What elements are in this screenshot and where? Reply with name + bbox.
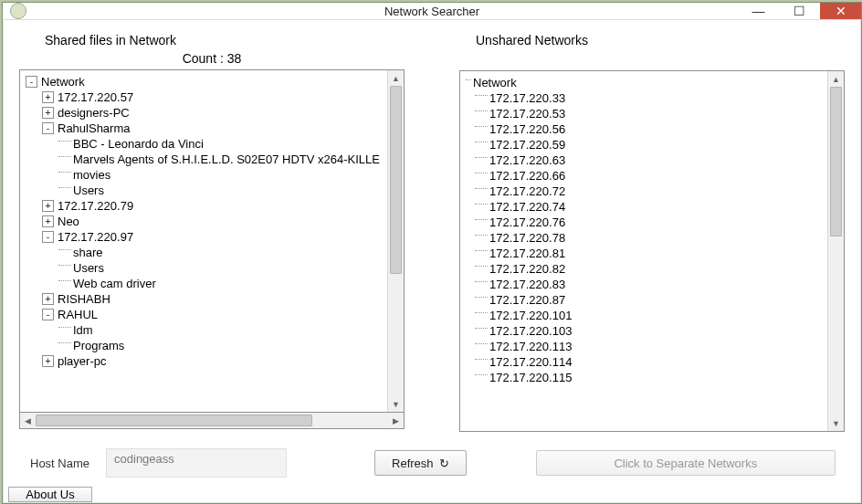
tree-node[interactable]: +RISHABH <box>26 291 387 307</box>
hostname-field[interactable]: codingeass <box>106 448 287 478</box>
tree-node-label: player-pc <box>58 354 106 368</box>
tree-node[interactable]: 172.17.220.81 <box>466 246 827 261</box>
content-area: Shared files in Network Count : 38 - Net… <box>3 20 861 481</box>
tree-node-label: share <box>73 246 103 259</box>
tree-node[interactable]: 172.17.220.56 <box>466 121 827 137</box>
tree-node-label: BBC - Leonardo da Vinci <box>73 137 204 151</box>
tree-node-label: 172.17.220.74 <box>489 200 565 214</box>
close-button[interactable]: ✕ <box>820 3 861 19</box>
tree-node[interactable]: 172.17.220.76 <box>466 215 827 230</box>
tree-node[interactable]: +designers-PC <box>26 105 387 121</box>
expand-icon[interactable]: + <box>42 200 54 212</box>
tree-node[interactable]: +Neo <box>26 214 387 229</box>
tree-node[interactable]: Users <box>26 183 387 198</box>
tree-node-label: 172.17.220.97 <box>58 230 133 244</box>
tree-node-label: 172.17.220.57 <box>58 90 133 104</box>
collapse-icon[interactable]: - <box>42 309 54 320</box>
scroll-up-icon[interactable]: ▲ <box>388 70 404 86</box>
tree-node-label: 172.17.220.81 <box>489 247 565 260</box>
tree-node[interactable]: 172.17.220.83 <box>466 277 827 292</box>
tree-node[interactable]: -RahulSharma <box>26 121 387 136</box>
collapse-icon[interactable]: - <box>26 76 37 88</box>
tree-node[interactable]: share <box>26 245 387 260</box>
tree-node[interactable]: 172.17.220.78 <box>466 230 827 246</box>
scroll-down-icon[interactable]: ▼ <box>828 415 844 431</box>
tree-node[interactable]: 172.17.220.63 <box>466 152 827 168</box>
tree-node[interactable]: +172.17.220.79 <box>26 198 387 214</box>
tree-node[interactable]: 172.17.220.103 <box>466 323 827 339</box>
tree-node-label: 172.17.220.83 <box>489 278 565 291</box>
tree-node-label: 172.17.220.76 <box>489 215 565 229</box>
tree-node-label: 172.17.220.59 <box>489 138 565 152</box>
collapse-icon[interactable]: - <box>42 231 54 243</box>
expand-icon[interactable]: + <box>42 91 54 103</box>
minimize-button[interactable]: — <box>738 3 779 19</box>
about-button[interactable]: About Us <box>8 487 92 502</box>
scroll-down-icon[interactable]: ▼ <box>388 396 404 412</box>
tree-node[interactable]: Idm <box>26 322 387 338</box>
unshared-panel-title: Unshared Networks <box>476 33 845 47</box>
expand-icon[interactable]: + <box>42 355 54 367</box>
tree-node[interactable]: 172.17.220.113 <box>466 339 827 354</box>
tree-node[interactable]: +172.17.220.57 <box>26 89 387 105</box>
shared-vscrollbar[interactable]: ▲ ▼ <box>387 70 404 412</box>
collapse-icon[interactable]: - <box>42 122 54 134</box>
separate-networks-button[interactable]: Click to Separate Networks <box>536 450 836 476</box>
hostname-label: Host Name <box>30 457 89 470</box>
tree-node[interactable]: 172.17.220.72 <box>466 184 827 199</box>
tree-node-label: Programs <box>73 339 124 352</box>
tree-node[interactable]: Web cam driver <box>26 276 387 291</box>
tree-node-label: 172.17.220.115 <box>489 371 572 384</box>
titlebar[interactable]: Network Searcher — ☐ ✕ <box>3 3 861 20</box>
tree-node[interactable]: 172.17.220.82 <box>466 261 827 277</box>
unshared-vscrollbar[interactable]: ▲ ▼ <box>827 71 844 431</box>
tree-root-label: Network <box>473 76 517 89</box>
unshared-tree[interactable]: Network 172.17.220.33172.17.220.53172.17… <box>459 70 845 432</box>
window-buttons: — ☐ ✕ <box>738 3 861 19</box>
shared-panel-title: Shared files in Network <box>45 33 405 47</box>
tree-node-label: Web cam driver <box>73 277 156 290</box>
tree-node[interactable]: 172.17.220.101 <box>466 308 827 323</box>
tree-node-label: 172.17.220.33 <box>489 91 565 105</box>
shared-hscrollbar[interactable]: ◀ ▶ <box>19 413 405 429</box>
tree-node[interactable]: Programs <box>26 338 387 353</box>
tree-node[interactable]: 172.17.220.115 <box>466 370 827 385</box>
expand-icon[interactable]: + <box>42 215 54 227</box>
tree-node-label: RAHUL <box>58 308 98 321</box>
tree-node[interactable]: 172.17.220.59 <box>466 137 827 152</box>
tree-node[interactable]: movies <box>26 167 387 183</box>
tree-node[interactable]: -RAHUL <box>26 307 387 322</box>
tree-node[interactable]: Marvels Agents of S.H.I.E.L.D. S02E07 HD… <box>26 152 387 167</box>
refresh-icon: ↻ <box>439 457 449 470</box>
tree-root[interactable]: Network <box>466 75 827 90</box>
tree-node-label: 172.17.220.87 <box>489 293 565 307</box>
tree-node-label: 172.17.220.53 <box>489 107 565 121</box>
tree-node[interactable]: 172.17.220.53 <box>466 106 827 121</box>
tree-node[interactable]: 172.17.220.114 <box>466 354 827 370</box>
scroll-left-icon[interactable]: ◀ <box>20 413 36 428</box>
tree-node[interactable]: BBC - Leonardo da Vinci <box>26 136 387 152</box>
tree-root-label: Network <box>41 75 85 89</box>
scroll-right-icon[interactable]: ▶ <box>388 413 404 428</box>
tree-node[interactable]: 172.17.220.74 <box>466 199 827 215</box>
tree-node[interactable]: +player-pc <box>26 353 387 369</box>
maximize-button[interactable]: ☐ <box>779 3 820 19</box>
tree-node-label: 172.17.220.78 <box>489 231 565 245</box>
unshared-panel: Unshared Networks Network 172.17.220.331… <box>459 27 845 432</box>
refresh-button[interactable]: Refresh ↻ <box>374 450 467 476</box>
tree-node-label: 172.17.220.56 <box>489 122 565 136</box>
tree-node[interactable]: 172.17.220.66 <box>466 168 827 184</box>
window-title: Network Searcher <box>3 5 861 18</box>
tree-node-label: Idm <box>73 323 93 337</box>
expand-icon[interactable]: + <box>42 293 54 305</box>
panels: Shared files in Network Count : 38 - Net… <box>19 27 845 432</box>
scroll-up-icon[interactable]: ▲ <box>828 71 844 87</box>
tree-root[interactable]: - Network <box>26 74 387 89</box>
expand-icon[interactable]: + <box>42 107 54 119</box>
tree-node[interactable]: Users <box>26 260 387 276</box>
tree-node[interactable]: 172.17.220.33 <box>466 90 827 106</box>
tree-node[interactable]: 172.17.220.87 <box>466 292 827 308</box>
tree-node-label: Users <box>73 184 104 197</box>
shared-tree[interactable]: - Network +172.17.220.57+designers-PC-Ra… <box>19 69 405 413</box>
tree-node[interactable]: -172.17.220.97 <box>26 229 387 245</box>
